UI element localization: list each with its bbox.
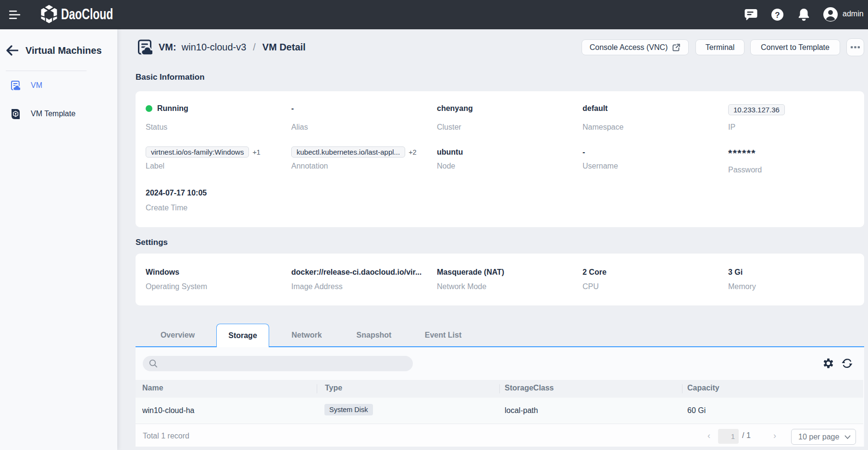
svg-text:?: ?: [775, 11, 780, 20]
